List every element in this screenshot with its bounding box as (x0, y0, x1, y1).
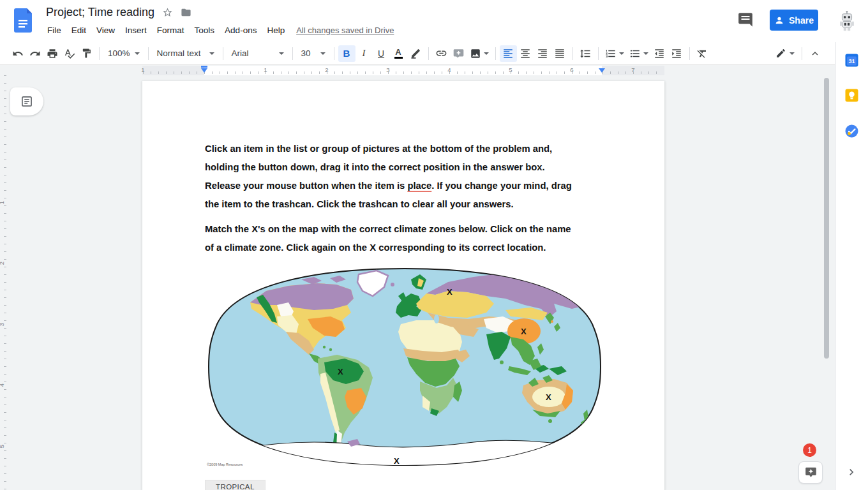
open-comments-button[interactable] (737, 11, 754, 28)
map-copyright: ©2009 Map Resources (207, 463, 243, 466)
line-spacing-button[interactable] (577, 45, 594, 62)
map-x-marker-amazon[interactable]: X (338, 367, 343, 376)
chevron-down-icon (484, 52, 489, 55)
menu-edit[interactable]: Edit (66, 24, 91, 36)
font-dropdown[interactable]: Arial (227, 45, 288, 62)
italic-button[interactable]: I (355, 45, 373, 62)
share-button[interactable]: Share (770, 10, 818, 31)
horizontal-ruler[interactable]: 1 1 2 3 4 5 6 7 (0, 66, 835, 75)
doc-text-line: of a climate zone. Click again on the X … (205, 239, 664, 257)
vertical-scrollbar[interactable] (824, 78, 829, 359)
highlight-color-button[interactable] (407, 45, 424, 62)
ruler-number: 7 (631, 66, 634, 73)
align-justify-button[interactable] (551, 45, 569, 62)
chevron-down-icon (135, 52, 140, 55)
vertical-ruler[interactable]: 1 2 3 4 5 (0, 75, 8, 490)
menu-insert[interactable]: Insert (120, 24, 152, 36)
styles-dropdown[interactable]: Normal text (153, 45, 219, 62)
zoom-dropdown[interactable]: 100% (103, 45, 144, 62)
right-indent-marker[interactable] (599, 68, 605, 73)
text-color-button[interactable]: A (390, 45, 407, 62)
numbered-list-button[interactable] (602, 45, 627, 62)
expand-side-panel-button[interactable] (845, 466, 858, 481)
left-indent-marker[interactable] (201, 68, 207, 73)
indent-icon (671, 48, 682, 59)
add-comment-button[interactable] (450, 45, 467, 62)
highlighter-icon (410, 48, 421, 59)
spellcheck-button[interactable] (61, 45, 78, 62)
bulleted-list-button[interactable] (627, 45, 651, 62)
outdent-icon (654, 48, 665, 59)
align-center-button[interactable] (517, 45, 534, 62)
menu-format[interactable]: Format (152, 24, 190, 36)
clear-formatting-button[interactable] (694, 45, 711, 62)
show-document-outline-button[interactable] (10, 87, 43, 115)
calendar-icon[interactable]: 31 (845, 54, 858, 67)
editing-mode-dropdown[interactable] (772, 45, 798, 62)
menu-tools[interactable]: Tools (190, 24, 220, 36)
first-line-indent-marker[interactable] (201, 66, 207, 68)
docs-logo[interactable] (14, 8, 32, 33)
insert-image-icon (470, 48, 481, 59)
paragraph-2[interactable]: Match the X's on the map with the correc… (205, 220, 664, 257)
bold-button[interactable]: B (338, 45, 355, 62)
ruler-number: 3 (386, 66, 389, 73)
paint-format-button[interactable] (78, 45, 95, 62)
map-x-marker-russia[interactable]: X (447, 287, 453, 297)
doc-text-line: Release your mouse button when the item … (205, 177, 664, 195)
align-center-icon (520, 48, 531, 59)
map-x-marker-australia[interactable]: X (546, 392, 551, 402)
robot-avatar-image (836, 10, 858, 32)
indent-button[interactable] (668, 45, 685, 62)
line-spacing-icon (580, 48, 591, 59)
app-header: Project; Time reading File Edit View Ins… (0, 0, 868, 42)
print-icon (47, 48, 58, 59)
underline-button[interactable]: U (373, 45, 390, 62)
document-title[interactable]: Project; Time reading (46, 6, 154, 19)
undo-button[interactable] (9, 45, 26, 62)
climate-zone-chip-tropical[interactable]: TROPICAL (205, 480, 266, 490)
insert-link-button[interactable] (433, 45, 450, 62)
redo-button[interactable] (26, 45, 43, 62)
map-x-marker-china[interactable]: X (521, 327, 527, 336)
chevron-down-icon (619, 52, 624, 55)
star-icon[interactable] (162, 7, 173, 18)
print-button[interactable] (43, 45, 61, 62)
ruler-number: 4 (0, 383, 5, 387)
folder-icon[interactable] (181, 7, 191, 18)
menu-addons[interactable]: Add-ons (220, 24, 262, 36)
share-button-label: Share (789, 15, 814, 26)
ruler-number: 2 (325, 66, 328, 73)
ruler-number: 1 (141, 66, 144, 73)
insert-image-button[interactable] (467, 45, 491, 62)
align-justify-icon (554, 48, 565, 59)
doc-text-line: Click an item in the list or group of pi… (205, 140, 664, 158)
saved-status-link[interactable]: All changes saved in Drive (296, 26, 394, 35)
menu-help[interactable]: Help (262, 24, 290, 36)
collapse-toolbar-button[interactable] (806, 45, 823, 62)
tasks-icon[interactable] (845, 124, 858, 138)
chevron-down-icon (643, 52, 648, 55)
add-comment-icon (453, 48, 464, 59)
document-page[interactable]: Click an item in the list or group of pi… (142, 81, 664, 490)
climate-map-image[interactable]: X X X X X ©2009 Map Resources (206, 265, 604, 468)
misspelled-word: place (407, 181, 431, 191)
map-x-marker-antarctica[interactable]: X (394, 456, 400, 466)
ruler-number: 2 (0, 262, 5, 265)
share-person-icon (774, 15, 784, 26)
chevron-down-icon (789, 52, 795, 55)
link-icon (435, 47, 447, 59)
outdent-button[interactable] (651, 45, 668, 62)
explore-button[interactable] (798, 461, 823, 484)
keep-icon[interactable] (845, 89, 858, 102)
menu-view[interactable]: View (91, 24, 120, 36)
paragraph-1[interactable]: Click an item in the list or group of pi… (205, 140, 664, 214)
menu-file[interactable]: File (42, 24, 66, 36)
align-left-button[interactable] (500, 45, 517, 62)
font-size-dropdown[interactable]: 30 (297, 45, 330, 62)
account-avatar[interactable] (835, 9, 858, 33)
ruler-number: 1 (0, 201, 5, 204)
align-right-button[interactable] (534, 45, 551, 62)
ruler-number: 4 (447, 66, 451, 73)
outline-icon (20, 95, 33, 108)
